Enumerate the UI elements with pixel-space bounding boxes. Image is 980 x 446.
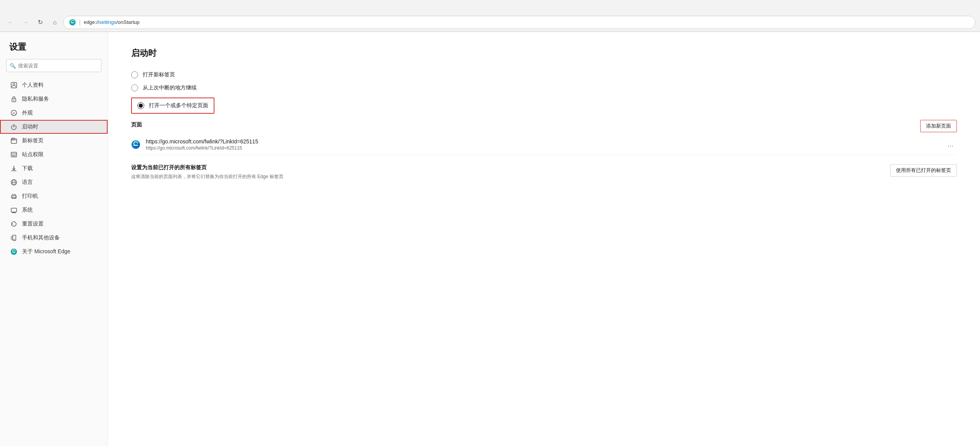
radio-continue-label: 从上次中断的地方继续 [143, 84, 197, 91]
svg-point-7 [14, 112, 15, 113]
radio-option-continue[interactable]: 从上次中断的地方继续 [131, 84, 957, 91]
sidebar-item-reset[interactable]: 重置设置 [0, 217, 108, 231]
add-page-button[interactable]: 添加新页面 [920, 120, 957, 132]
forward-button[interactable]: → [19, 16, 32, 29]
edge-logo-icon [69, 19, 76, 26]
svg-rect-13 [14, 155, 15, 156]
use-tabs-text: 设置为当前已打开的所有标签页 这将清除当前的页面列表，并将它们替换为你当前打开的… [131, 164, 882, 180]
sidebar-item-startup-label: 启动时 [22, 123, 38, 130]
mobile-icon [10, 234, 17, 241]
sidebar-item-privacy-label: 隐私和服务 [22, 96, 49, 103]
address-path: /onStartup [116, 19, 140, 25]
svg-rect-27 [11, 236, 13, 239]
svg-point-5 [11, 110, 17, 116]
nav-bar: ← → ↻ ⌂ | [0, 13, 980, 32]
newtab-icon [10, 137, 17, 144]
radio-specific[interactable] [137, 102, 144, 109]
page-info: https://go.microsoft.com/fwlink/?LinkId=… [146, 138, 945, 151]
radio-newtab[interactable] [131, 71, 138, 78]
sidebar-item-printer[interactable]: 打印机 [0, 189, 108, 203]
power-icon [10, 123, 17, 130]
sidebar: 设置 🔍 个人资料 隐私和服务 外观 [0, 32, 108, 446]
address-separator: | [79, 19, 81, 26]
sidebar-item-about[interactable]: 关于 Microsoft Edge [0, 245, 108, 259]
sidebar-item-startup[interactable]: 启动时 [0, 120, 108, 134]
sidebar-item-newtab[interactable]: 新标签页 [0, 134, 108, 148]
appearance-icon [10, 109, 17, 116]
svg-rect-19 [12, 197, 15, 199]
address-bar[interactable]: | edge://settings/onStartup [63, 16, 975, 29]
refresh-icon: ↻ [38, 19, 43, 26]
sidebar-item-mobile-label: 手机和其他设备 [22, 234, 60, 241]
page-url-sub: https://go.microsoft.com/fwlink/?LinkId=… [146, 145, 945, 151]
sidebar-item-appearance-label: 外观 [22, 109, 33, 116]
radio-newtab-label: 打开新标签页 [143, 71, 175, 78]
svg-rect-10 [11, 152, 17, 157]
sidebar-item-system[interactable]: 系统 [0, 203, 108, 217]
pages-section-label: 页面 [131, 121, 957, 128]
use-tabs-button[interactable]: 使用所有已打开的标签页 [890, 164, 957, 177]
radio-option-newtab[interactable]: 打开新标签页 [131, 71, 957, 78]
use-tabs-title: 设置为当前已打开的所有标签页 [131, 164, 882, 171]
sidebar-item-siteperms[interactable]: 站点权限 [0, 148, 108, 162]
address-prefix: edge:// [84, 19, 99, 25]
edge-nav-icon [10, 248, 17, 255]
main-layout: 设置 🔍 个人资料 隐私和服务 外观 [0, 32, 980, 446]
page-url-main: https://go.microsoft.com/fwlink/?LinkId=… [146, 138, 945, 145]
sidebar-item-siteperms-label: 站点权限 [22, 151, 44, 158]
back-button[interactable]: ← [5, 16, 17, 29]
forward-icon: → [22, 19, 29, 26]
pages-area: 页面 添加新页面 [131, 121, 957, 180]
sidebar-item-profile[interactable]: 个人资料 [0, 78, 108, 92]
svg-rect-12 [12, 155, 13, 156]
sidebar-item-language-label: 语言 [22, 179, 33, 186]
sidebar-item-language[interactable]: 语言 [0, 175, 108, 189]
sidebar-item-appearance[interactable]: 外观 [0, 106, 108, 120]
sidebar-item-system-label: 系统 [22, 207, 33, 214]
lock-icon [10, 96, 17, 103]
content-area: 启动时 打开新标签页 从上次中断的地方继续 打开一个或多个特定页面 页面 添加新… [108, 32, 980, 446]
download-icon [10, 165, 17, 172]
sidebar-item-downloads-label: 下载 [22, 165, 33, 172]
sidebar-item-privacy[interactable]: 隐私和服务 [0, 92, 108, 106]
sidebar-item-profile-label: 个人资料 [22, 82, 44, 89]
printer-icon [10, 193, 17, 200]
home-button[interactable]: ⌂ [49, 16, 61, 29]
radio-option-specific[interactable]: 打开一个或多个特定页面 [131, 98, 214, 114]
search-input[interactable] [6, 59, 101, 72]
sidebar-item-reset-label: 重置设置 [22, 220, 44, 227]
browser-chrome: ← → ↻ ⌂ | [0, 0, 980, 32]
page-title: 启动时 [131, 47, 957, 59]
sidebar-item-printer-label: 打印机 [22, 193, 38, 200]
page-item: https://go.microsoft.com/fwlink/?LinkId=… [131, 135, 957, 155]
use-tabs-section: 设置为当前已打开的所有标签页 这将清除当前的页面列表，并将它们替换为你当前打开的… [131, 164, 957, 180]
title-bar [0, 0, 980, 13]
search-box-container: 🔍 [6, 59, 101, 72]
home-icon: ⌂ [53, 19, 57, 26]
sidebar-item-mobile[interactable]: 手机和其他设备 [0, 231, 108, 245]
svg-point-6 [13, 112, 13, 113]
address-settings: settings [99, 19, 116, 25]
refresh-button[interactable]: ↻ [34, 16, 46, 29]
search-box-wrapper: 🔍 [0, 59, 108, 78]
person-icon [10, 82, 17, 89]
back-icon: ← [8, 19, 14, 26]
svg-point-4 [13, 100, 14, 101]
language-icon [10, 179, 17, 186]
svg-rect-21 [11, 208, 17, 212]
system-icon [10, 207, 17, 214]
page-favicon-icon [131, 140, 140, 149]
search-icon: 🔍 [10, 63, 16, 69]
radio-continue[interactable] [131, 84, 138, 91]
svg-point-2 [13, 84, 15, 86]
svg-point-20 [15, 196, 16, 197]
reset-icon [10, 220, 17, 227]
page-more-button[interactable]: … [945, 138, 957, 151]
address-text: edge://settings/onStartup [84, 19, 140, 25]
siteperms-icon [10, 151, 17, 158]
sidebar-item-downloads[interactable]: 下载 [0, 162, 108, 175]
radio-specific-label: 打开一个或多个特定页面 [149, 102, 208, 109]
sidebar-title: 设置 [0, 41, 108, 59]
use-tabs-description: 这将清除当前的页面列表，并将它们替换为你当前打开的所有 Edge 标签页 [131, 173, 882, 180]
sidebar-item-newtab-label: 新标签页 [22, 137, 44, 144]
